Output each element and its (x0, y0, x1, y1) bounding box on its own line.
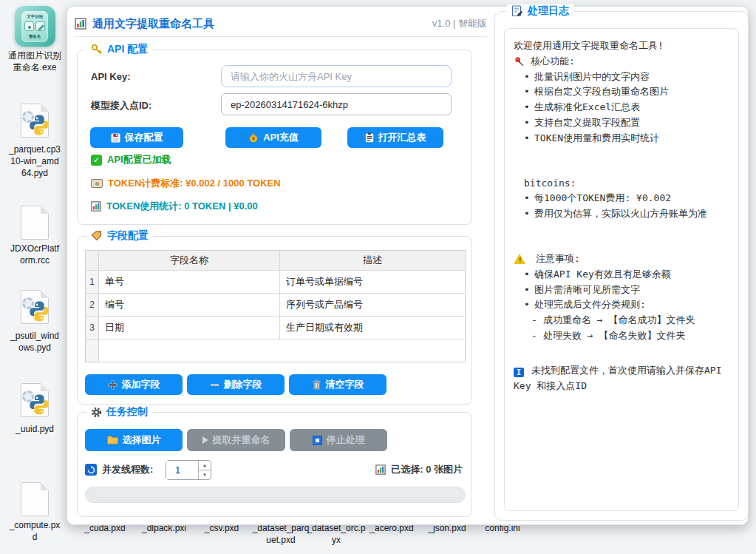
extract-rename-label: 提取并重命名 (213, 433, 270, 447)
banknote-icon (91, 179, 103, 188)
app-exe-icon: 文字识别 重命名 (15, 6, 55, 47)
table-row[interactable]: 2 编号 序列号或产品编号 (86, 294, 465, 317)
selected-count: 已选择: 0 张图片 (375, 463, 463, 476)
save-config-button[interactable]: 保存配置 (90, 127, 183, 148)
folder-icon (107, 436, 118, 445)
row-number: 1 (86, 271, 99, 293)
stop-processing-button[interactable]: 停止处理 (290, 429, 387, 451)
spinner-down-button[interactable]: ▼ (199, 470, 211, 479)
page-title: 通用文字提取重命名工具 (92, 17, 214, 31)
log-item: 生成标准化Excel汇总表 (514, 100, 729, 115)
field-name-cell[interactable]: 单号 (99, 271, 280, 293)
log-item: 每1000个TOKEN费用: ¥0.002 (514, 191, 729, 206)
open-summary-button[interactable]: 打开汇总表 (347, 127, 443, 148)
progress-bar (85, 487, 466, 503)
desktop-icon-label: _parquet.cp310-win_amd64.pyd (8, 143, 61, 180)
log-output[interactable]: 欢迎使用通用文字提取重命名工具! 核心功能: 批量识别图片中的文字内容 根据自定… (504, 28, 739, 511)
status-text: API配置已加载 (107, 153, 171, 166)
desktop-icon-label: _uuid.pyd (16, 423, 54, 435)
clear-fields-label: 清空字段 (326, 378, 364, 391)
log-info-text: 未找到配置文件，首次使用请输入并保存API Key 和接入点ID (514, 365, 721, 391)
python-file-icon (18, 104, 52, 141)
table-row[interactable]: 3 日期 生产日期或有效期 (86, 317, 465, 340)
thread-count-input[interactable] (166, 461, 198, 479)
minus-icon (210, 380, 219, 390)
log-billing-list: 每1000个TOKEN费用: ¥0.002 费用仅为估算，实际以火山方舟账单为准 (514, 191, 729, 222)
row-number: 2 (86, 294, 99, 316)
clear-fields-button[interactable]: 清空字段 (289, 374, 386, 395)
desktop-icon-rcc[interactable]: JDXOcrPlatform.rcc (4, 206, 66, 266)
add-field-button[interactable]: 添加字段 (85, 374, 183, 395)
check-icon: ✓ (91, 155, 102, 166)
field-name-cell[interactable]: 日期 (99, 317, 280, 339)
field-desc-cell[interactable]: 订单号或单据编号 (280, 271, 465, 293)
trash-icon (312, 379, 321, 390)
fields-table[interactable]: 字段名称 描述 1 单号 订单号或单据编号 2 编号 序列号或产品编号 3 日期… (85, 250, 466, 362)
pushpin-icon (514, 56, 525, 67)
section-title: API 配置 (107, 43, 148, 56)
info-icon: I (514, 368, 524, 377)
desktop-icon-compute[interactable]: _compute.pxd (4, 482, 66, 543)
endpoint-label: 模型接入点ID: (91, 99, 151, 112)
api-config-legend: API 配置 (86, 43, 152, 56)
desktop-icon-app[interactable]: 文字识别 重命名 通用图片识别重命名.exe (4, 6, 66, 73)
api-key-input[interactable] (221, 65, 452, 87)
extract-rename-button[interactable]: 提取并重命名 (187, 429, 285, 451)
refresh-icon (85, 464, 97, 476)
select-images-label: 选择图片 (123, 433, 161, 447)
clipboard-icon (365, 132, 374, 143)
column-header-name: 字段名称 (99, 251, 280, 270)
warning-icon (514, 254, 525, 264)
table-empty-row (86, 340, 465, 362)
log-item: 费用仅为估算，实际以火山方舟账单为准 (514, 206, 729, 222)
config-loaded-status: ✓ API配置已加载 (91, 153, 171, 166)
select-images-button[interactable]: 选择图片 (85, 429, 183, 451)
pencil-icon (35, 21, 45, 31)
plus-icon (108, 380, 118, 390)
log-core-heading: 核心功能: (514, 54, 729, 70)
field-name-cell[interactable]: 编号 (99, 294, 280, 316)
log-notes-heading: 注意事项: (514, 251, 729, 267)
desktop-icon-label[interactable]: _dataset_parquet.pxd (251, 522, 310, 546)
row-number-gutter (86, 251, 99, 270)
ocr-eye-icon (24, 21, 34, 31)
save-config-label: 保存配置 (125, 131, 163, 144)
spinner-up-button[interactable]: ▲ (199, 461, 211, 470)
field-desc-cell[interactable]: 序列号或产品编号 (280, 294, 465, 316)
billing-standard-status: TOKEN计费标准: ¥0.002 / 1000 TOKEN (91, 177, 281, 190)
table-row[interactable]: 1 单号 订单号或单据编号 (86, 271, 465, 294)
desktop-icon-parquet[interactable]: _parquet.cp310-win_amd64.pyd (4, 104, 66, 180)
log-notes-list: 确保API Key有效且有足够余额 图片需清晰可见所需文字 处理完成后文件分类规… (514, 267, 729, 313)
log-legend: 处理日志 (507, 4, 573, 18)
play-icon (202, 436, 208, 444)
log-info-message: I未找到配置文件，首次使用请输入并保存API Key 和接入点ID (514, 363, 729, 394)
floppy-disk-icon (111, 133, 120, 143)
log-item: 处理完成后文件分类规则: (514, 297, 729, 313)
section-title: 处理日志 (528, 4, 569, 18)
usage-stats-status: TOKEN使用统计: 0 TOKEN | ¥0.00 (91, 200, 258, 213)
api-recharge-button[interactable]: ¥ API充值 (225, 127, 321, 148)
open-summary-label: 打开汇总表 (378, 131, 426, 144)
log-item: 图片需清晰可见所需文字 (514, 283, 729, 298)
section-title: 任务控制 (106, 405, 148, 419)
tag-icon (91, 230, 103, 242)
desktop-icon-psutil[interactable]: _psutil_windows.pyd (4, 290, 66, 354)
bar-chart-icon (75, 18, 86, 30)
desktop-icon-label[interactable]: _dataset_orc.pyx (307, 522, 366, 546)
section-title: 字段配置 (107, 229, 149, 243)
money-bag-icon: ¥ (248, 132, 259, 143)
desktop-icon-uuid[interactable]: _uuid.pyd (4, 383, 66, 435)
field-desc-cell[interactable]: 生产日期或有效期 (280, 317, 465, 339)
fields-config-legend: 字段配置 (86, 229, 153, 243)
gear-icon (91, 407, 102, 418)
delete-field-button[interactable]: 删除字段 (187, 374, 285, 395)
delete-field-label: 删除字段 (224, 378, 262, 391)
thread-count-spinner[interactable]: ▲ ▼ (166, 460, 211, 480)
log-welcome: 欢迎使用通用文字提取重命名工具! (514, 38, 729, 54)
memo-icon (511, 5, 523, 17)
endpoint-input[interactable] (221, 93, 452, 115)
log-heading-text: 注意事项: (531, 251, 580, 267)
app-icon-bottom-text: 重命名 (29, 33, 41, 39)
selected-count-label: 已选择: 0 张图片 (391, 463, 463, 476)
stop-icon (313, 436, 322, 445)
